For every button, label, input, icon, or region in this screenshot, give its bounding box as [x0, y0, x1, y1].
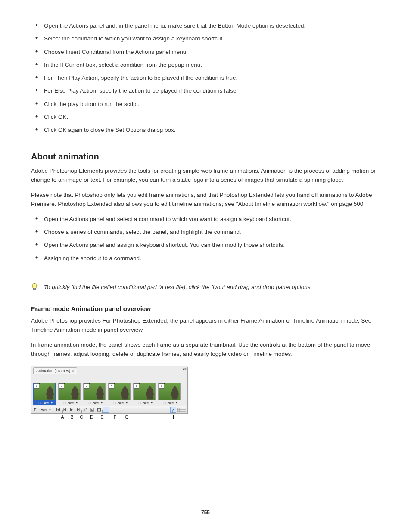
chevron-down-icon: ▼	[50, 401, 53, 404]
frame-delay-menu[interactable]: 0.03 sec.▼	[158, 401, 181, 405]
body-paragraph: Please note that Photoshop only lets you…	[31, 191, 380, 209]
divider	[31, 275, 380, 275]
section-bullet-list: Open the Actions panel and select a comm…	[35, 215, 380, 263]
panel-header: Animation (Frames) × — ▾≡	[31, 367, 187, 375]
body-paragraph: Adobe Photoshop provides For Photoshop E…	[31, 317, 380, 335]
chevron-down-icon: ▼	[100, 401, 103, 404]
play-button[interactable]	[68, 407, 75, 413]
chevron-down-icon: ▼	[75, 401, 78, 404]
body-paragraph: Adobe Photoshop Elements provides the to…	[31, 167, 380, 185]
figure-label: H	[170, 414, 174, 420]
scroll-left-button[interactable]: ‹	[103, 407, 109, 413]
figure-animation-panel: Animation (Frames) × — ▾≡ 1 0.03 sec.▼ 2	[31, 367, 380, 427]
list-item-text: In the If Current box, select a conditio…	[44, 62, 202, 68]
body-paragraph: In frame animation mode, the panel shows…	[31, 341, 380, 359]
figure-label: D	[90, 414, 94, 420]
animation-frame[interactable]: 2 0.03 sec.▼	[58, 383, 81, 405]
list-item: For Else Play Action, specify the action…	[35, 87, 380, 95]
list-item: Open the Actions panel and select a comm…	[35, 215, 380, 224]
frame-number: 2	[59, 383, 64, 389]
animation-frame[interactable]: 4 0.03 sec.▼	[108, 383, 131, 405]
convert-timeline-button[interactable]	[177, 407, 187, 413]
svg-marker-4	[57, 408, 60, 411]
figure-labels: A B C D E F G H I	[31, 414, 187, 427]
close-icon[interactable]: ×	[72, 369, 74, 373]
frame-delay-menu[interactable]: 0.03 sec.▼	[33, 401, 56, 405]
minimize-icon[interactable]: —	[177, 367, 181, 371]
frame-delay-menu[interactable]: 0.03 sec.▼	[108, 401, 131, 405]
list-item: Open the Actions panel and assign a keyb…	[35, 241, 380, 249]
svg-point-12	[84, 409, 86, 411]
figure-label: E	[100, 414, 104, 420]
list-item-text: For Else Play Action, specify the action…	[44, 87, 238, 94]
svg-marker-6	[64, 408, 66, 411]
list-item: Choose Insert Conditional from the Actio…	[35, 48, 380, 56]
page-number: 755	[0, 510, 411, 516]
list-item-text: Select the command to which you want to …	[44, 35, 224, 42]
animation-frame[interactable]: 3 0.03 sec.▼	[83, 383, 106, 405]
list-item: For Then Play Action, specify the action…	[35, 74, 380, 82]
tip-text: To quickly find the file called conditio…	[44, 283, 312, 292]
frame-number: 1	[34, 383, 39, 389]
panel-menu-icon[interactable]: ▾≡	[183, 367, 187, 371]
frame-strip: 1 0.03 sec.▼ 2 0.03 sec.▼ 3 0.03 sec.▼ 4	[31, 375, 187, 406]
svg-rect-5	[56, 408, 57, 411]
figure-label: B	[70, 414, 74, 420]
list-item-text: For Then Play Action, specify the action…	[44, 75, 237, 81]
list-item: Open the Actions panel and, in the panel…	[35, 22, 380, 30]
frame-delay-menu[interactable]: 0.03 sec.▼	[83, 401, 106, 405]
svg-point-11	[83, 410, 84, 411]
frame-delay-menu[interactable]: 0.03 sec.▼	[58, 401, 81, 405]
svg-rect-10	[79, 408, 80, 411]
list-item-text: Choose Insert Conditional from the Actio…	[44, 49, 188, 55]
list-item-text: Open the Actions panel and select a comm…	[44, 216, 291, 222]
section-heading-about-animation: About animation	[31, 152, 380, 162]
figure-label: G	[125, 414, 129, 420]
animation-frame[interactable]: 1 0.03 sec.▼	[33, 383, 56, 405]
panel-tab-label: Animation (Frames)	[36, 369, 70, 373]
loop-selector[interactable]: Forever ▼	[32, 407, 54, 413]
figure-label: F	[113, 414, 117, 420]
first-frame-button[interactable]	[55, 407, 61, 413]
figure-label: A	[60, 414, 65, 420]
svg-marker-9	[77, 408, 79, 411]
list-item: Assigning the shortcut to a command.	[35, 254, 380, 263]
scroll-right-button[interactable]: ›	[170, 407, 176, 413]
list-item: Click OK again to close the Set Options …	[35, 126, 380, 134]
animation-panel[interactable]: Animation (Frames) × — ▾≡ 1 0.03 sec.▼ 2	[31, 367, 188, 414]
figure-label: C	[79, 414, 84, 420]
chevron-down-icon: ▼	[150, 401, 153, 404]
page-root: Open the Actions panel and, in the panel…	[0, 0, 411, 532]
frame-number: 6	[159, 383, 164, 389]
svg-point-0	[32, 283, 37, 288]
frame-delay-menu[interactable]: 0.03 sec.▼	[133, 401, 156, 405]
tip-callout: To quickly find the file called conditio…	[31, 283, 380, 292]
next-frame-button[interactable]	[75, 407, 81, 413]
loop-label: Forever	[34, 408, 47, 412]
top-bullet-list: Open the Actions panel and, in the panel…	[35, 22, 380, 134]
list-item-text: Open the Actions panel and, in the panel…	[44, 22, 305, 29]
animation-frame[interactable]: 6 0.03 sec.▼	[158, 383, 181, 405]
frame-number: 5	[134, 383, 139, 389]
chevron-down-icon: ▼	[175, 401, 178, 404]
list-item: Click OK.	[35, 113, 380, 121]
list-item: In the If Current box, select a conditio…	[35, 61, 380, 69]
panel-footer: Forever ▼	[31, 406, 187, 413]
tween-button[interactable]	[82, 407, 88, 413]
chevron-down-icon: ▼	[49, 408, 51, 411]
frame-number: 4	[109, 383, 114, 389]
panel-tab[interactable]: Animation (Frames) ×	[33, 367, 77, 374]
chevron-down-icon: ▼	[125, 401, 128, 404]
list-item-text: Click OK.	[44, 114, 68, 120]
list-item: Click the play button to run the script.	[35, 100, 380, 109]
list-item-text: Open the Actions panel and assign a keyb…	[44, 242, 285, 248]
lightbulb-icon	[31, 283, 41, 292]
svg-point-13	[86, 408, 87, 409]
svg-rect-7	[63, 408, 64, 411]
list-item-text: Assigning the shortcut to a command.	[44, 255, 141, 261]
svg-rect-1	[34, 288, 36, 290]
animation-frame[interactable]: 5 0.03 sec.▼	[133, 383, 156, 405]
delete-frame-button[interactable]	[96, 407, 102, 413]
figure-label: I	[179, 414, 183, 420]
list-item-text: Click OK again to close the Set Options …	[44, 127, 175, 133]
